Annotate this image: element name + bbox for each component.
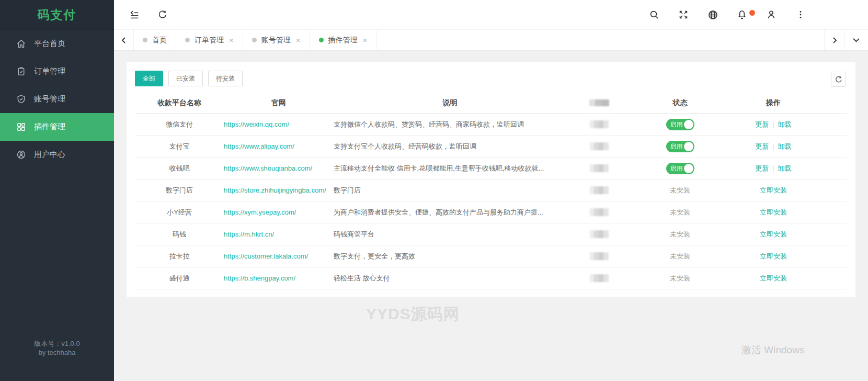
menu-collapse-icon[interactable] [129,9,140,20]
table-row: 微信支付 https://weixin.qq.com/ 支持微信个人收款码、赞赏… [135,114,847,136]
sidebar-item-label: 账号管理 [34,94,65,104]
sidebar-item-label: 用户中心 [34,150,65,160]
sidebar-item-user-center[interactable]: 用户中心 [0,141,114,169]
table-row: 拉卡拉 https://customer.lakala.com/ 数字支付，更安… [135,245,847,267]
sidebar-item-accounts[interactable]: 账号管理 [0,85,114,113]
redacted-value [590,252,609,260]
plugin-desc: 数字支付，更安全，更高效 [334,252,566,261]
toggle-knob [684,120,693,129]
redacted-column-header [589,99,609,106]
tab-plugins[interactable]: 插件管理 × [310,30,377,50]
plugin-name: 码钱 [135,230,224,239]
status-not-installed: 未安装 [670,252,690,261]
update-link[interactable]: 更新 [755,120,769,128]
col-header-action: 操作 [728,98,847,108]
tab-orders[interactable]: 订单管理 × [176,30,243,50]
plugin-desc: 支持微信个人收款码、赞赏码、经营码、商家码收款，监听回调 [334,120,566,129]
more-menu-icon[interactable] [795,9,806,20]
redacted-value [590,142,609,150]
toggle-label: 启用 [670,143,683,150]
bell-icon[interactable] [736,9,748,20]
plugin-name: 小Y经营 [135,208,224,217]
enable-toggle[interactable]: 启用 [666,119,694,130]
redacted-value [590,274,609,282]
version-number: 版本号：v1.0.0 [0,339,114,348]
tab-close-icon[interactable]: × [363,36,368,44]
top-toolbar [114,0,868,30]
tabs-scroll-left-icon[interactable] [114,30,134,50]
plugin-site-link[interactable]: https://www.shouqianba.com/ [224,164,312,172]
table-refresh-button[interactable] [831,72,846,87]
plugin-site-link[interactable]: https://b.shengpay.com/ [224,274,295,282]
refresh-icon[interactable] [157,9,168,20]
install-now-link[interactable]: 立即安装 [760,186,787,194]
filter-installed-button[interactable]: 已安装 [168,71,203,86]
search-icon[interactable] [648,9,660,20]
globe-icon[interactable] [707,9,718,20]
status-not-installed: 未安装 [670,230,690,239]
plugin-desc: 为商户和消费者提供安全、便捷、高效的支付产品与服务助力商户提... [334,208,566,217]
user-icon[interactable] [766,9,777,20]
plugin-desc: 轻松生活 放心支付 [334,274,566,283]
enable-toggle[interactable]: 启用 [666,163,694,174]
status-not-installed: 未安装 [670,274,690,283]
plugin-site-link[interactable]: https://weixin.qq.com/ [224,120,289,128]
redacted-value [590,164,609,172]
fullscreen-icon[interactable] [678,9,689,20]
tabs-scroll-right-icon[interactable] [824,30,844,50]
toggle-knob [684,164,693,173]
install-now-link[interactable]: 立即安装 [760,208,787,216]
sidebar-item-plugins[interactable]: 插件管理 [0,113,114,141]
uninstall-link[interactable]: 卸载 [778,120,792,128]
sidebar-item-label: 订单管理 [34,66,65,76]
table-row: 盛付通 https://b.shengpay.com/ 轻松生活 放心支付 未安… [135,267,847,289]
windows-activation-watermark: 激活 Windows [741,343,804,357]
notification-dot [749,10,755,16]
plugin-site-link[interactable]: https://customer.lakala.com/ [224,252,308,260]
redacted-value [590,120,609,128]
install-now-link[interactable]: 立即安装 [760,252,787,260]
tab-close-icon[interactable]: × [296,36,301,44]
sidebar-item-orders[interactable]: 订单管理 [0,58,114,85]
status-not-installed: 未安装 [670,208,690,217]
action-separator: | [772,120,774,128]
redacted-value [590,208,609,216]
col-header-desc: 说明 [334,98,566,108]
tab-dot [319,38,324,42]
tab-label: 首页 [152,36,167,45]
status-not-installed: 未安装 [670,186,690,195]
sidebar-item-home[interactable]: 平台首页 [0,30,114,58]
plugin-name: 数字门店 [135,186,224,195]
plugin-site-link[interactable]: https://store.zhihuijingyingba.com/ [224,186,326,194]
plugin-desc: 数字门店 [334,186,566,195]
redacted-value [590,186,609,194]
app-logo: 码支付 [0,0,114,30]
home-icon [16,39,26,49]
plugin-name: 微信支付 [135,120,224,129]
filter-row: 全部 已安装 待安装 [135,71,847,86]
tab-home[interactable]: 首页 [134,30,176,50]
account-icon [16,94,26,105]
install-now-link[interactable]: 立即安装 [760,274,787,282]
tab-accounts[interactable]: 账号管理 × [243,30,310,50]
plugin-site-link[interactable]: https://xym.ysepay.com/ [224,208,296,216]
tab-label: 账号管理 [261,36,291,45]
action-separator: | [772,142,774,150]
plugin-site-link[interactable]: https://m.hkrt.cn/ [224,230,274,238]
filter-pending-button[interactable]: 待安装 [208,71,243,86]
plugin-desc: 支持支付宝个人收款码、经营码收款，监听回调 [334,142,566,151]
update-link[interactable]: 更新 [755,164,769,172]
update-link[interactable]: 更新 [755,142,769,150]
col-header-site: 官网 [224,98,334,108]
filter-all-button[interactable]: 全部 [135,71,163,86]
tabs-dropdown-icon[interactable] [844,30,868,50]
uninstall-link[interactable]: 卸载 [778,164,792,172]
table-row: 小Y经营 https://xym.ysepay.com/ 为商户和消费者提供安全… [135,201,847,223]
install-now-link[interactable]: 立即安装 [760,230,787,238]
uninstall-link[interactable]: 卸载 [778,142,792,150]
tab-close-icon[interactable]: × [229,36,234,44]
tab-dot [185,38,190,42]
enable-toggle[interactable]: 启用 [666,141,694,152]
user-center-icon [16,150,26,160]
plugin-site-link[interactable]: https://www.alipay.com/ [224,142,294,150]
